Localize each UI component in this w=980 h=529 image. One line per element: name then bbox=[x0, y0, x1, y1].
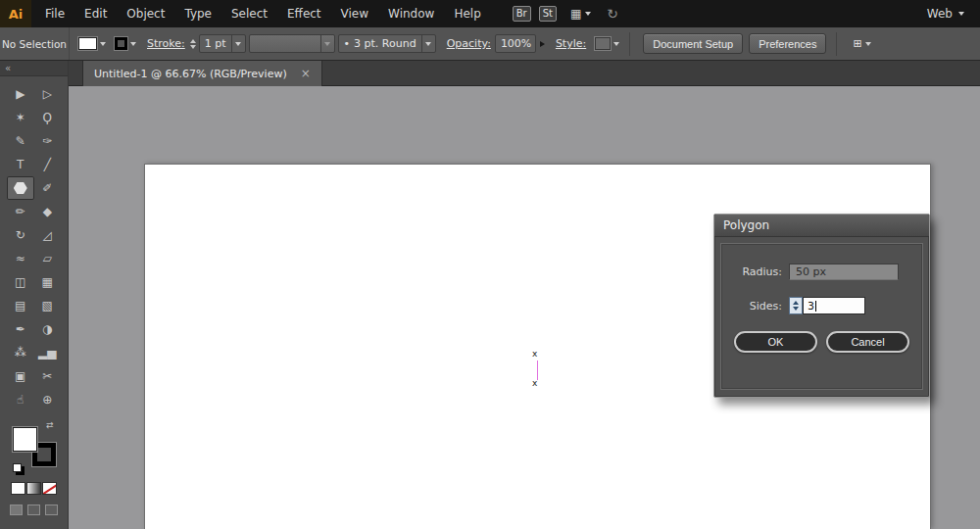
chevron-down-icon bbox=[585, 12, 591, 16]
fill-color-swatch bbox=[78, 37, 97, 50]
menu-type[interactable]: Type bbox=[174, 0, 221, 27]
stepper-down-icon bbox=[190, 45, 196, 49]
hand-tool[interactable]: ☝ bbox=[7, 388, 34, 411]
gradient-button[interactable] bbox=[26, 482, 41, 495]
stroke-weight-dropdown[interactable]: 1 pt bbox=[199, 34, 246, 53]
direct-selection-tool[interactable]: ▷ bbox=[34, 82, 62, 106]
chevron-down-icon bbox=[235, 42, 241, 46]
anchor-point-mark: x bbox=[532, 379, 537, 388]
draw-normal-button[interactable] bbox=[10, 505, 23, 515]
pen-tool[interactable]: ✎ bbox=[7, 129, 34, 153]
color-button[interactable] bbox=[11, 482, 25, 495]
graphic-style-dropdown[interactable] bbox=[595, 37, 619, 50]
menu-window[interactable]: Window bbox=[378, 0, 444, 27]
illustrator-logo: Ai bbox=[0, 0, 31, 27]
none-button[interactable] bbox=[42, 482, 57, 495]
menubar: Ai FileEditObjectTypeSelectEffectViewWin… bbox=[0, 0, 980, 27]
curvature-tool[interactable]: ✑ bbox=[34, 129, 62, 153]
workspace-switcher[interactable]: Web bbox=[927, 7, 964, 21]
scale-tool[interactable]: ◿ bbox=[34, 223, 62, 247]
type-tool[interactable]: T bbox=[7, 153, 34, 176]
blend-tool[interactable]: ◑ bbox=[34, 317, 62, 341]
swap-fill-stroke-icon[interactable]: ⇄ bbox=[46, 420, 54, 430]
lasso-tool[interactable]: Ϙ bbox=[34, 106, 62, 129]
stroke-weight-stepper[interactable] bbox=[190, 39, 196, 49]
stepper-up-icon bbox=[190, 39, 196, 43]
eraser-tool[interactable]: ◆ bbox=[34, 200, 62, 223]
menu-help[interactable]: Help bbox=[444, 0, 490, 27]
chevron-down-icon bbox=[613, 42, 619, 46]
pencil-tool[interactable]: ✏ bbox=[7, 200, 34, 223]
draw-behind-button[interactable] bbox=[27, 505, 40, 515]
opacity-input[interactable]: 100% bbox=[495, 34, 536, 53]
paint-buttons bbox=[0, 482, 68, 495]
zoom-tool[interactable]: ⊕ bbox=[34, 388, 62, 411]
arrange-documents-button[interactable]: ▦ bbox=[570, 7, 591, 21]
close-icon[interactable]: × bbox=[301, 68, 311, 79]
menu-edit[interactable]: Edit bbox=[74, 0, 117, 27]
free-transform-tool[interactable]: ▱ bbox=[34, 247, 62, 270]
graphic-style-swatch bbox=[595, 37, 611, 50]
fill-proxy-swatch[interactable] bbox=[13, 427, 37, 452]
style-panel-link[interactable]: Style: bbox=[556, 37, 586, 50]
tool-grid: ▶▷✶Ϙ✎✑T╱✐✏◆↻◿≈▱◫▦▤▧✒◑⁂▂▅▣✂☝⊕ bbox=[0, 76, 68, 411]
hexagon-icon bbox=[14, 182, 27, 194]
sides-stepper[interactable] bbox=[789, 297, 803, 314]
bridge-button[interactable]: Br bbox=[513, 6, 531, 22]
sync-icon[interactable]: ↻ bbox=[607, 6, 618, 22]
opacity-popup-arrow-icon[interactable] bbox=[540, 41, 545, 47]
tools-panel-collapse-button[interactable]: « bbox=[0, 61, 68, 76]
symbol-sprayer-tool[interactable]: ⁂ bbox=[7, 341, 34, 364]
canvas[interactable]: x x Polygon Radius: 50 px Sides: 3 bbox=[69, 86, 980, 529]
dialog-title[interactable]: Polygon bbox=[714, 215, 929, 237]
width-tool[interactable]: ≈ bbox=[7, 247, 34, 270]
shape-builder-tool[interactable]: ◫ bbox=[7, 270, 34, 294]
radius-label: Radius: bbox=[733, 265, 782, 278]
ok-button[interactable]: OK bbox=[734, 331, 817, 353]
rotate-tool[interactable]: ↻ bbox=[7, 223, 34, 247]
perspective-grid-tool[interactable]: ▦ bbox=[34, 270, 62, 294]
menu-view[interactable]: View bbox=[331, 0, 378, 27]
column-graph-tool[interactable]: ▂▅ bbox=[34, 341, 62, 364]
chevron-down-icon bbox=[324, 42, 330, 46]
menu-select[interactable]: Select bbox=[221, 0, 277, 27]
draw-inside-button[interactable] bbox=[45, 505, 58, 515]
stroke-weight-value: 1 pt bbox=[200, 37, 231, 50]
transform-widget[interactable]: ⊞ bbox=[853, 37, 870, 50]
radius-input[interactable]: 50 px bbox=[789, 264, 899, 280]
selection-status: No Selection bbox=[0, 27, 70, 60]
sides-input[interactable]: 3 bbox=[803, 297, 865, 314]
chevron-down-icon bbox=[425, 42, 431, 46]
cancel-button[interactable]: Cancel bbox=[826, 331, 909, 353]
stock-button[interactable]: St bbox=[539, 6, 557, 22]
polygon-tool[interactable] bbox=[7, 176, 34, 200]
slice-tool[interactable]: ✂ bbox=[34, 364, 62, 388]
document-setup-button[interactable]: Document Setup bbox=[643, 33, 743, 54]
line-segment-tool[interactable]: ╱ bbox=[34, 153, 62, 176]
artboard-tool[interactable]: ▣ bbox=[7, 364, 34, 388]
menu-file[interactable]: File bbox=[35, 0, 74, 27]
mesh-tool[interactable]: ▤ bbox=[7, 294, 34, 317]
brush-definition-dropdown[interactable]: • 3 pt. Round bbox=[338, 34, 436, 53]
selection-tool[interactable]: ▶ bbox=[7, 82, 34, 106]
menu-effect[interactable]: Effect bbox=[277, 0, 331, 27]
magic-wand-tool[interactable]: ✶ bbox=[7, 106, 34, 129]
document-tab-bar: Untitled-1 @ 66.67% (RGB/Preview) × bbox=[0, 61, 980, 86]
paintbrush-tool[interactable]: ✐ bbox=[34, 176, 62, 200]
preferences-button[interactable]: Preferences bbox=[749, 33, 826, 54]
polygon-dialog: Polygon Radius: 50 px Sides: 3 OK Canc bbox=[713, 214, 930, 398]
document-tab[interactable]: Untitled-1 @ 66.67% (RGB/Preview) × bbox=[82, 61, 322, 86]
sides-value: 3 bbox=[808, 300, 814, 313]
opacity-panel-link[interactable]: Opacity: bbox=[447, 37, 491, 50]
stroke-color-dropdown[interactable] bbox=[115, 37, 136, 50]
menu-object[interactable]: Object bbox=[117, 0, 174, 27]
default-fill-stroke-icon[interactable] bbox=[13, 463, 22, 472]
fill-color-dropdown[interactable] bbox=[78, 37, 106, 50]
sides-row: Sides: 3 bbox=[733, 297, 910, 314]
stroke-panel-link[interactable]: Stroke: bbox=[147, 37, 185, 50]
gradient-tool[interactable]: ▧ bbox=[34, 294, 62, 317]
dropdown-arrow bbox=[231, 35, 245, 52]
eyedropper-tool[interactable]: ✒ bbox=[7, 317, 34, 341]
brush-preview-dot-icon: • bbox=[344, 37, 351, 50]
tools-panel: « ▶▷✶Ϙ✎✑T╱✐✏◆↻◿≈▱◫▦▤▧✒◑⁂▂▅▣✂☝⊕ ⇄ bbox=[0, 61, 69, 529]
